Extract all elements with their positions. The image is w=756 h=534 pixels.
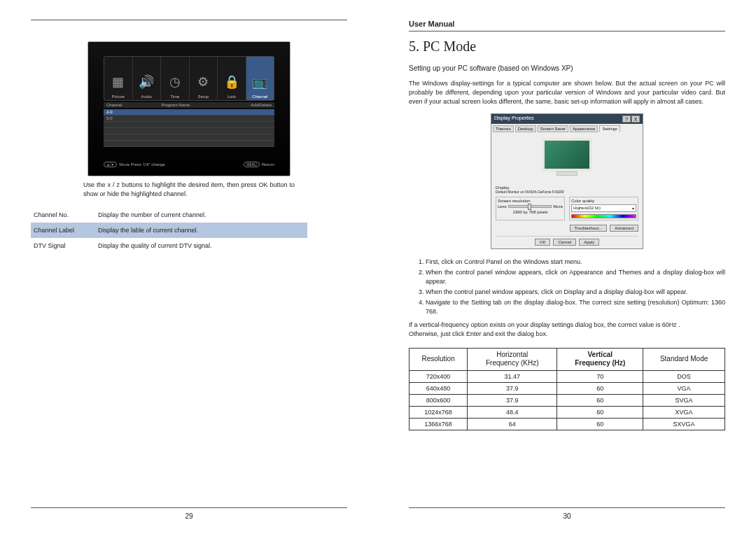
col-resolution: Resolution xyxy=(410,348,468,370)
note-line: Otherwise, just click Enter and exit the… xyxy=(409,330,725,339)
osd-row xyxy=(104,134,274,141)
col-mode: Standard Mode xyxy=(643,348,725,370)
audio-icon: 🔊 xyxy=(138,69,155,94)
dialog-body: Display Default Monitor on NVIDIA GeForc… xyxy=(491,134,643,248)
osd-col: Channel xyxy=(106,103,162,107)
tv-icon: 📺 xyxy=(251,69,268,94)
display-value: Default Monitor on NVIDIA GeForce Fx5200 xyxy=(496,190,638,194)
table-row: Channel Label Display the lable of curre… xyxy=(31,223,307,238)
dialog-tabs: Themes Desktop Screen Saver Appearance S… xyxy=(491,124,643,134)
rule-top xyxy=(409,31,725,31)
list-item: Navigate to the Setting tab on the displ… xyxy=(426,298,725,316)
osd-tabs: ▦Picture 🔊Audio ◷Time ⚙Setup 🔒Lock 📺Chan… xyxy=(104,56,274,101)
ok-cancel-buttons: OK Cancel Apply xyxy=(496,236,638,246)
apply-button: Apply xyxy=(579,239,599,246)
steps-list: First, click on Control Panel on the Win… xyxy=(409,258,725,318)
resolution-value: 1360 by 768 pixels xyxy=(498,210,563,214)
ok-button: OK xyxy=(535,239,551,246)
rule-top xyxy=(31,20,347,20)
osd-tab-time: ◷Time xyxy=(161,57,190,100)
window-buttons: ?X xyxy=(622,115,640,122)
color-quality-select: Highest(32 bit) ▾ xyxy=(571,204,636,212)
osd-tab-channel: 📺Channel xyxy=(246,57,274,100)
rule-bottom xyxy=(409,507,725,508)
resolution-table: Resolution Horizontal Frequency (KHz) Ve… xyxy=(409,348,725,430)
color-bar-icon xyxy=(571,214,636,218)
def-term: Channel Label xyxy=(31,223,95,238)
def-desc: Display the number of current channel. xyxy=(95,207,307,223)
table-row: 1024x76848.460XVGA xyxy=(410,406,725,418)
col-vfreq: Vertical Frequency (Hz) xyxy=(557,348,643,370)
list-item: When the control panel window appears, c… xyxy=(426,288,725,297)
rule-bottom xyxy=(31,507,347,508)
res-more: More xyxy=(553,204,563,209)
display-properties-dialog: Display Properties ?X Themes Desktop Scr… xyxy=(491,113,643,249)
def-desc: Display the quality of current DTV signa… xyxy=(95,238,307,253)
table-row: 640x48037.960VGA xyxy=(410,382,725,394)
table-row: Channel No. Display the number of curren… xyxy=(31,207,307,223)
chevron-down-icon: ▾ xyxy=(632,206,634,211)
osd-rows: 2-0 5-0 xyxy=(104,109,274,147)
resolution-slider xyxy=(508,205,552,208)
table-row: 720x40031.4770DOS xyxy=(410,370,725,382)
def-desc: Display the lable of current channel. xyxy=(95,223,307,238)
resolution-label: Screen resolution xyxy=(498,199,563,203)
res-less: Less xyxy=(498,204,507,209)
osd-tab-label: Channel xyxy=(252,94,267,99)
troubleshoot-button: Troubleshoot... xyxy=(570,225,608,232)
page-number: 30 xyxy=(409,512,725,520)
help-icon: ? xyxy=(622,115,631,122)
monitor-preview xyxy=(536,138,598,183)
osd-tab-setup: ⚙Setup xyxy=(190,57,218,100)
close-icon: X xyxy=(631,115,640,122)
table-row: 800x60037.960SVGA xyxy=(410,394,725,406)
screen-resolution-group: Screen resolution Less More 1360 by 768 … xyxy=(496,197,565,220)
section-subhead: Setting up your PC software (based on Wi… xyxy=(409,64,725,72)
list-item: When the control panel window appears, c… xyxy=(426,268,725,286)
osd-col: Add/Delete xyxy=(216,103,272,107)
advanced-buttons: Troubleshoot... Advanced xyxy=(496,225,638,232)
page-number: 29 xyxy=(31,512,347,520)
osd-tab-label: Setup xyxy=(197,94,209,99)
table-row: DTV Signal Display the quality of curren… xyxy=(31,238,307,253)
list-item: First, click on Control Panel on the Win… xyxy=(426,258,725,267)
osd-tab-audio: 🔊Audio xyxy=(133,57,162,100)
osd-column-header: Channel Program Name Add/Delete xyxy=(104,102,274,108)
color-quality-value: Highest(32 bit) xyxy=(573,206,601,211)
osd-tab-label: Lock xyxy=(227,94,236,99)
picture-icon: ▦ xyxy=(110,69,127,94)
osd-footer: ▲/▼Move Press 'OK' change MENUReturn xyxy=(104,162,274,167)
osd-tab-picture: ▦Picture xyxy=(104,57,133,100)
running-head: User Manual xyxy=(409,20,725,28)
col-hfreq: Horizontal Frequency (KHz) xyxy=(468,348,557,370)
monitor-base-icon xyxy=(556,171,578,176)
def-term: DTV Signal xyxy=(31,238,95,253)
instruction-text: Use the x / z buttons to highlight the d… xyxy=(83,181,295,199)
settings-row: Screen resolution Less More 1360 by 768 … xyxy=(496,197,638,220)
tab-desktop: Desktop xyxy=(515,125,536,132)
tab-screensaver: Screen Saver xyxy=(538,125,568,132)
advanced-button: Advanced xyxy=(610,225,638,232)
osd-row xyxy=(104,128,274,134)
section-title: 5. PC Mode xyxy=(409,38,725,55)
table-row: 1366x7686460SXVGA xyxy=(410,418,725,430)
left-spacer xyxy=(31,24,347,34)
clock-icon: ◷ xyxy=(167,69,183,94)
monitor-icon xyxy=(542,138,592,171)
osd-row xyxy=(104,141,274,147)
def-term: Channel No. xyxy=(31,207,95,223)
tab-themes: Themes xyxy=(493,125,514,132)
page-right: User Manual 5. PC Mode Setting up your P… xyxy=(378,0,756,534)
tab-appearance: Appearance xyxy=(570,125,598,132)
osd-tab-lock: 🔒Lock xyxy=(218,57,246,100)
table-header-row: Resolution Horizontal Frequency (KHz) Ve… xyxy=(410,348,725,370)
cancel-button: Cancel xyxy=(553,239,576,246)
dialog-title-text: Display Properties xyxy=(494,115,534,122)
note-line: If a vertical-frequency option exists on… xyxy=(409,321,725,330)
gear-icon: ⚙ xyxy=(195,69,211,94)
osd-footer-left: ▲/▼Move Press 'OK' change xyxy=(104,162,165,167)
osd-photo: ▦Picture 🔊Audio ◷Time ⚙Setup 🔒Lock 📺Chan… xyxy=(88,41,290,176)
osd-tab-label: Audio xyxy=(141,94,152,99)
osd-tab-label: Time xyxy=(170,94,179,99)
osd-row: 5-0 xyxy=(104,115,274,122)
